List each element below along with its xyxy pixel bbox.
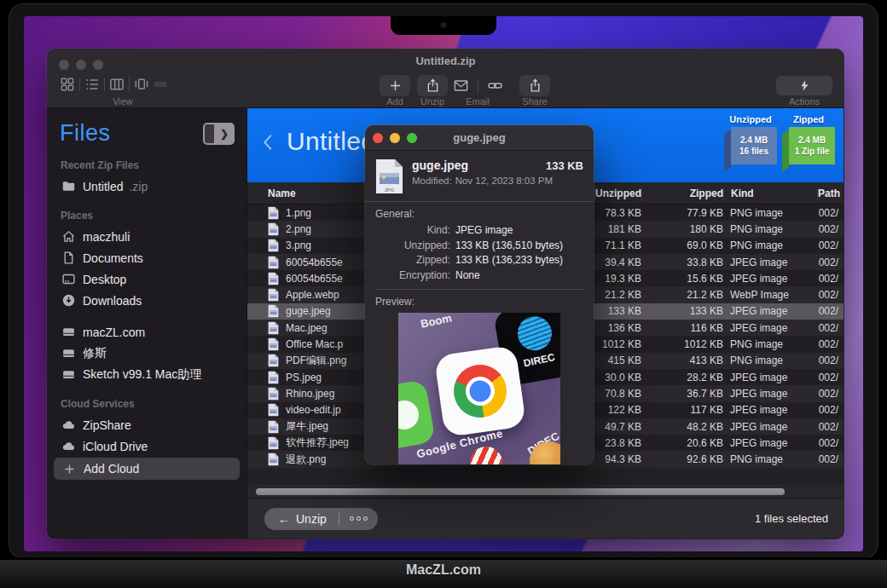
sidebar-item-downloads[interactable]: Downloads bbox=[47, 290, 246, 311]
left-arrow-icon: ← bbox=[278, 512, 290, 526]
path-cell: 002/ bbox=[817, 404, 844, 416]
drive-icon bbox=[61, 346, 77, 361]
download-icon bbox=[61, 293, 77, 308]
share-icon bbox=[527, 78, 543, 94]
zipped-cell: 92.6 KB bbox=[641, 453, 723, 465]
image-file-icon bbox=[268, 337, 279, 351]
image-file-icon bbox=[268, 256, 279, 269]
file-name: Rhino.jpeg bbox=[286, 388, 334, 400]
column-view-icon[interactable] bbox=[108, 76, 125, 93]
kind-cell: JPEG image bbox=[723, 421, 817, 433]
unzipped-cell: 19.3 KB bbox=[594, 273, 641, 285]
property-label: Encryption: bbox=[375, 268, 450, 283]
sidebar-item-label: Add Cloud bbox=[84, 462, 139, 476]
sidebar-item-desktop[interactable]: Desktop bbox=[47, 268, 246, 290]
sidebar-item-suffix: .zip bbox=[129, 180, 148, 193]
sidebar-title: Files bbox=[60, 120, 111, 147]
column-header-path[interactable]: Path bbox=[817, 187, 844, 200]
sidebar-section-header: Places bbox=[47, 197, 246, 226]
actions-button[interactable] bbox=[776, 76, 832, 95]
scrollbar-thumb[interactable] bbox=[256, 488, 785, 495]
general-section-header: General: bbox=[375, 208, 583, 220]
horizontal-scrollbar[interactable] bbox=[247, 485, 844, 498]
kind-cell: PNG image bbox=[723, 355, 817, 366]
plus-icon bbox=[61, 461, 78, 476]
unzipped-cell: 30.0 KB bbox=[594, 372, 641, 383]
gallery-view-icon[interactable] bbox=[133, 76, 150, 93]
image-file-icon bbox=[268, 420, 279, 434]
unzip-box-icon bbox=[425, 78, 441, 94]
unzipped-cell: 1012 KB bbox=[594, 338, 641, 350]
svg-text:JPG: JPG bbox=[384, 187, 394, 193]
sidebar-item-untitled[interactable]: Untitled.zip bbox=[47, 176, 246, 197]
sidebar-item-label: Untitled bbox=[83, 180, 123, 193]
zipped-cell: 28.2 KB bbox=[641, 372, 723, 383]
zipped-cell: 15.6 KB bbox=[641, 273, 723, 285]
kind-cell: PNG image bbox=[723, 239, 817, 251]
file-name: PS.jpeg bbox=[286, 372, 322, 383]
sidebar-item-maczhuli[interactable]: maczhuli bbox=[47, 226, 246, 247]
column-header-unzipped[interactable]: Unzipped bbox=[594, 187, 641, 200]
path-cell: 002/ bbox=[817, 207, 844, 219]
file-name: 2.png bbox=[286, 223, 311, 235]
unzip-label: Unzip bbox=[417, 96, 448, 107]
column-header-kind[interactable]: Kind bbox=[723, 187, 817, 200]
camera-notch bbox=[391, 16, 496, 35]
popup-titlebar: guge.jpeg bbox=[365, 125, 594, 151]
back-chevron-icon[interactable] bbox=[259, 132, 278, 158]
popup-file-name: guge.jpeg bbox=[412, 159, 468, 172]
kind-cell: JPEG image bbox=[723, 372, 817, 383]
unzipped-cell: 23.8 KB bbox=[594, 437, 641, 449]
file-name: Apple.webp bbox=[286, 289, 339, 301]
detail-view-icon-selected[interactable] bbox=[154, 82, 167, 87]
sidebar-item-icloud-drive[interactable]: iCloud Drive bbox=[47, 435, 246, 457]
zipped-badge-label: Zipped bbox=[793, 114, 824, 124]
path-cell: 002/ bbox=[817, 289, 844, 301]
file-name: 犀牛.jpeg bbox=[286, 419, 328, 434]
image-file-icon bbox=[268, 272, 279, 285]
column-header-zipped[interactable]: Zipped bbox=[641, 187, 723, 200]
file-name: Office Mac.p bbox=[286, 338, 343, 350]
unzipped-cell: 71.1 KB bbox=[594, 239, 641, 251]
kind-cell: JPEG image bbox=[723, 322, 817, 334]
image-preview: Boom DIREC Google Chrome DIREC bbox=[398, 313, 560, 464]
sidebar-item-sketch-v99-1-mac-[interactable]: Sketch v99.1 Mac助理 bbox=[47, 364, 246, 385]
list-view-icon[interactable] bbox=[84, 76, 101, 93]
kind-cell: PNG image bbox=[723, 453, 817, 465]
unzipped-cell: 94.3 KB bbox=[594, 453, 641, 465]
plus-icon bbox=[387, 78, 403, 94]
unzip-options-dots-icon[interactable] bbox=[339, 516, 378, 521]
sidebar-item-add-cloud[interactable]: Add Cloud bbox=[54, 458, 240, 480]
sidebar-item-documents[interactable]: Documents bbox=[47, 247, 246, 268]
kind-cell: JPEG image bbox=[723, 404, 817, 416]
sidebar-item-label: Desktop bbox=[83, 273, 126, 286]
grid-view-icon[interactable] bbox=[59, 76, 76, 93]
unzip-button[interactable] bbox=[417, 75, 448, 96]
cloud-icon bbox=[61, 418, 77, 433]
lightning-bolt-icon bbox=[798, 79, 811, 92]
sidebar-section-header: Cloud Services bbox=[47, 385, 246, 414]
divider bbox=[79, 78, 80, 91]
sidebar-item-maczl-com[interactable]: macZL.com bbox=[47, 321, 246, 343]
divider bbox=[129, 78, 130, 91]
sidebar-toggle-icon[interactable]: ❯ bbox=[203, 123, 235, 145]
path-cell: 002/ bbox=[817, 223, 844, 235]
sidebar-item-label: 修斯 bbox=[83, 346, 107, 361]
file-name: 60054b655e bbox=[286, 257, 343, 268]
unzipped-badge-label: Unzipped bbox=[729, 114, 772, 124]
path-cell: 002/ bbox=[817, 388, 844, 400]
sidebar-section-gap bbox=[47, 311, 246, 321]
path-cell: 002/ bbox=[817, 372, 844, 383]
email-button[interactable] bbox=[448, 75, 473, 96]
zipped-size-cube: 2.4 MB1 Zip file bbox=[789, 127, 835, 164]
unzipped-cell: 21.2 KB bbox=[594, 289, 641, 301]
unzip-split-button[interactable]: ←Unzip bbox=[264, 508, 378, 530]
sidebar-item-label: maczhuli bbox=[83, 230, 130, 244]
add-button[interactable] bbox=[380, 75, 410, 96]
sidebar-item--[interactable]: 修斯 bbox=[47, 343, 246, 364]
copy-link-button[interactable] bbox=[482, 75, 507, 96]
sidebar-item-label: Documents bbox=[83, 251, 143, 265]
sidebar-item-zipshare[interactable]: ZipShare bbox=[47, 414, 246, 435]
property-value: None bbox=[455, 268, 583, 283]
share-button[interactable] bbox=[519, 75, 550, 96]
